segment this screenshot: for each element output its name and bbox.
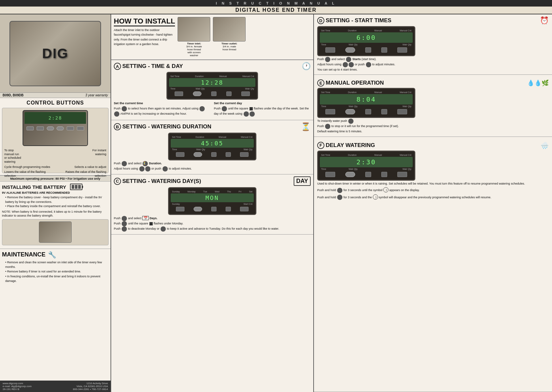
- push-icon-2: [222, 106, 227, 111]
- starts-icon: [346, 57, 351, 62]
- top-title: I N S T R U C T I O N M A N U A L: [216, 1, 336, 5]
- section-e-title: MANUAL OPERATION: [326, 80, 384, 86]
- section-c-display: MON: [171, 193, 254, 202]
- section-b-header: B SETTING - WATERING DURATION ⏳: [114, 122, 311, 131]
- label-stop: To stop manual run or scheduled watering: [4, 149, 47, 164]
- timer-inlet-block: Timer inlet: 3/4 in. female hose thread …: [178, 17, 210, 57]
- section-d-display: 6:00: [320, 32, 413, 43]
- section-e-instructions: To instantly water push Push to stop or …: [317, 118, 549, 134]
- battery-image: [2, 219, 109, 245]
- section-c-header: C SETTING - WATERING DAY(S) DAY: [114, 176, 311, 186]
- section-b-letter: B: [114, 123, 121, 130]
- sub-header: DIGITAL HOSE END TIMER: [0, 7, 552, 14]
- push-icon-d1: [325, 57, 330, 62]
- adj-icon-2: [114, 111, 119, 117]
- section-b: B SETTING - WATERING DURATION ⏳ Set Time…: [111, 120, 313, 174]
- push-icon-b1: [122, 161, 127, 166]
- section-b-display: 45:05: [171, 139, 254, 148]
- device-image-area: DIG: [0, 14, 111, 93]
- timer-outlet-desc: 3/4 in. male hose thread: [222, 45, 236, 51]
- battery-section: INSTALLING THE BATTERY 9V ALKALINE BATTE…: [0, 182, 111, 249]
- right-column: D SETTING - START TIMES ⏰ Set TimeDurati…: [314, 14, 552, 392]
- square-icon-1: [250, 107, 253, 110]
- section-f-instructions: Used to shut-down timer in winter or whe…: [317, 181, 549, 201]
- section-f-display: 2:30: [320, 157, 413, 167]
- manual-icons: 💧💧🌿: [527, 79, 549, 87]
- push-icon-1: [122, 106, 127, 111]
- warranty: 3 year warranty: [85, 93, 108, 97]
- adj-icon-3: [244, 111, 249, 117]
- section-f-instr1: Used to shut-down timer in winter or whe…: [317, 181, 549, 186]
- label-cycle: Cycle through programming modes: [4, 165, 53, 169]
- timer-outlet-label: Timer outlet:: [221, 42, 237, 45]
- section-c-title: SETTING - WATERING DAY(S): [122, 178, 201, 185]
- maint-bullet3: In freezing conditions, un-install the t…: [2, 274, 109, 284]
- timer-inlet-label: Timer inlet:: [187, 42, 201, 45]
- left-column: DIG B09D, B09DB 3 year warranty CONTROL …: [0, 14, 111, 392]
- push-icon-c1: [122, 216, 127, 221]
- section-d-instructions: Push and select Starts (start time). Adj…: [317, 56, 549, 73]
- section-b-instructions: Push and select ⏳ Duration. Adjust hours…: [114, 160, 311, 172]
- section-e-letter: E: [317, 79, 324, 87]
- push-hold-icon-f2: [337, 195, 342, 200]
- duration-icon: ⏳: [143, 161, 148, 166]
- install-images: Timer inlet: 3/4 in. female hose thread …: [178, 17, 246, 57]
- timer-inlet-image: [178, 17, 210, 41]
- section-a-header: A SETTING - TIME & DAY 🕐: [114, 62, 311, 71]
- set-day-title: Set the current day: [214, 101, 311, 106]
- section-a: A SETTING - TIME & DAY 🕐 Set TimeDuratio…: [111, 60, 313, 120]
- maint-bullet1: Remove and clean the screen washer on in…: [2, 260, 109, 270]
- day-badge-icon: DAY: [294, 176, 311, 186]
- maintenance-section: MAINTENANCE 🔧 Remove and clean the scree…: [0, 249, 111, 381]
- section-f-title: DELAY WATERING: [326, 142, 375, 149]
- footer-left: www.digcorp.com e-mail: dig@digcorp.com …: [3, 382, 32, 391]
- push-icon-e2: [325, 124, 330, 129]
- label-instant: For instant watering: [70, 149, 106, 164]
- how-to-install: HOW TO INSTALL Attach the timer inlet to…: [111, 14, 313, 60]
- section-a-display: 12:28: [169, 78, 255, 87]
- adj-icon-b1: [139, 166, 145, 172]
- adj-icon-4: [250, 111, 255, 117]
- timer-outlet-block: Timer outlet: 3/4 in. male hose thread: [213, 17, 246, 51]
- section-c: C SETTING - WATERING DAY(S) DAY SundayMo…: [111, 174, 313, 235]
- maintenance-title: MAINTENANCE 🔧: [2, 251, 109, 259]
- sub-title: DIGITAL HOSE END TIMER: [235, 7, 317, 13]
- maint-bullet2: Remove battery if timer is not used for …: [2, 269, 109, 274]
- section-e: E MANUAL OPERATION 💧💧🌿 Set TimeDurationM…: [314, 77, 552, 137]
- set-day-text: Push until the square flashes under the …: [214, 106, 311, 117]
- model-number: B09D, B09DB: [3, 93, 24, 97]
- adj-icon-1: [199, 106, 205, 111]
- clock-icon-d: ⏰: [540, 16, 549, 25]
- battery-bullet2: Place the battery inside the compartment…: [2, 204, 109, 209]
- control-diagram: 2:28 To stop manual run or scheduled wat…: [2, 108, 109, 173]
- footer-right: 1210 Activity Drive Vista, CA 92081-9510…: [73, 382, 108, 391]
- label-raises: Raises the value of the flashing selecti…: [60, 170, 106, 178]
- control-buttons-section: CONTROL BUTTONS 2:28 To: [0, 98, 111, 175]
- delay-icon: 🌧️: [541, 141, 549, 149]
- adj-icon-b2: [145, 166, 150, 172]
- section-f-header: F DELAY WATERING 🌧️: [317, 141, 549, 149]
- battery-bullet1: Remove the battery cover - keep battery …: [2, 195, 109, 204]
- section-e-header: E MANUAL OPERATION 💧💧🌿: [317, 79, 549, 87]
- square-icon-c: [149, 222, 153, 225]
- wrench-icon: 🔧: [48, 251, 56, 259]
- how-to-install-title: HOW TO INSTALL: [114, 17, 175, 26]
- label-selects: Selects a value to adjust: [57, 165, 106, 169]
- section-f: F DELAY WATERING 🌧️ Set TimeDurationManu…: [314, 139, 552, 392]
- set-time-title: Set the current time: [114, 101, 211, 106]
- dig-logo: DIG: [42, 46, 69, 61]
- set-time-text: Push to select hours then again to set m…: [114, 106, 211, 117]
- battery-icon: [70, 184, 82, 190]
- section-e-instr3: Default watering time is 5 minutes.: [317, 129, 549, 134]
- push-hold-icon-f1: [337, 188, 342, 193]
- section-d: D SETTING - START TIMES ⏰ Set TimeDurati…: [314, 14, 552, 75]
- battery-title: INSTALLING THE BATTERY: [2, 184, 109, 190]
- section-b-title: SETTING - WATERING DURATION: [122, 123, 211, 130]
- clock-icon: 🕐: [302, 62, 311, 71]
- control-buttons-title: CONTROL BUTTONS: [2, 100, 109, 106]
- section-f-letter: F: [317, 142, 324, 149]
- middle-column: HOW TO INSTALL Attach the timer inlet to…: [111, 14, 314, 392]
- battery-note: NOTE: When battery is first connected, i…: [2, 210, 109, 218]
- push-icon-e1: [348, 119, 354, 124]
- adj-icon-d2: [349, 62, 354, 67]
